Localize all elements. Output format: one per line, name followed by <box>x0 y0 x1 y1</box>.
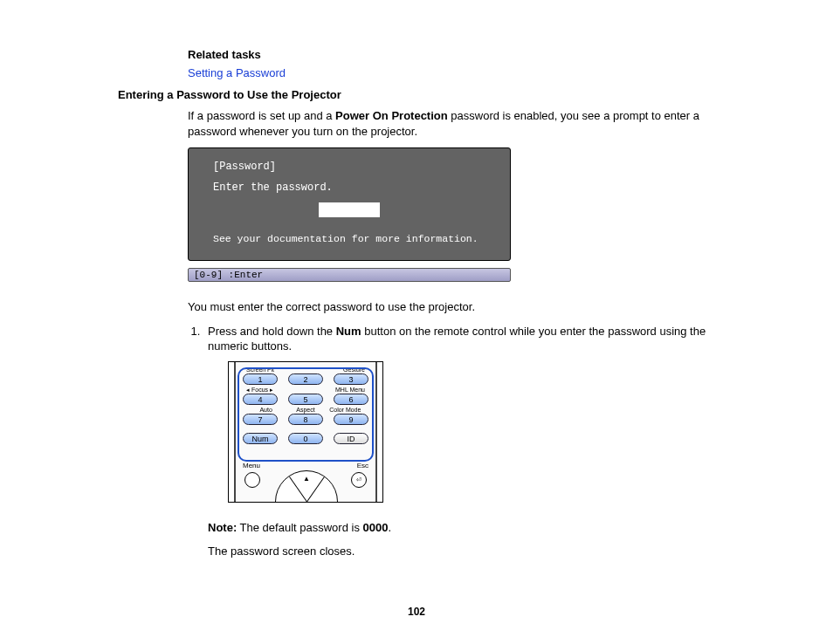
osd-prompt: Enter the password. <box>213 182 485 194</box>
osd-statusbar: [0-9] :Enter <box>188 268 511 282</box>
related-task-link[interactable]: Setting a Password <box>188 66 737 79</box>
label-menu: Menu <box>243 462 260 471</box>
step-list: Press and hold down the Num button on th… <box>188 324 737 559</box>
remote-control-diagram: Screen Fit Gesture 1 2 3 Focus MHL Menu <box>228 361 383 503</box>
menu-button-icon <box>244 472 260 488</box>
dpad-icon <box>275 470 338 503</box>
label-esc: Esc <box>357 462 368 471</box>
note-post: . <box>388 521 391 534</box>
remote-highlight-box <box>238 367 374 462</box>
related-tasks-heading: Related tasks <box>188 48 737 61</box>
osd-title: [Password] <box>213 161 485 173</box>
closing-paragraph: The password screen closes. <box>208 544 737 559</box>
osd-password-field <box>319 202 380 217</box>
osd-panel: [Password] Enter the password. See your … <box>188 147 511 261</box>
document-page: Related tasks Setting a Password Enterin… <box>0 0 833 644</box>
intro-paragraph: If a password is set up and a Power On P… <box>188 108 737 139</box>
page-number: 102 <box>0 606 833 618</box>
step1-bold: Num <box>336 325 361 338</box>
bottom-labels: Menu Esc <box>243 462 368 471</box>
esc-button-icon: ⏎ <box>351 472 367 488</box>
note-paragraph: Note: The default password is 0000. <box>208 520 737 536</box>
after-screenshot-paragraph: You must enter the correct password to u… <box>188 299 737 315</box>
note-pre: The default password is <box>237 521 362 534</box>
step1-pre: Press and hold down the <box>208 325 336 338</box>
intro-text-pre: If a password is set up and a <box>188 109 335 122</box>
projector-osd-screenshot: [Password] Enter the password. See your … <box>188 147 511 282</box>
note-label: Note: <box>208 521 237 534</box>
osd-footer-text: See your documentation for more informat… <box>213 233 485 244</box>
section-heading: Entering a Password to Use the Projector <box>118 88 737 101</box>
intro-text-bold: Power On Protection <box>335 109 448 122</box>
step-1: Press and hold down the Num button on th… <box>203 324 737 559</box>
note-bold: 0000 <box>363 521 389 534</box>
